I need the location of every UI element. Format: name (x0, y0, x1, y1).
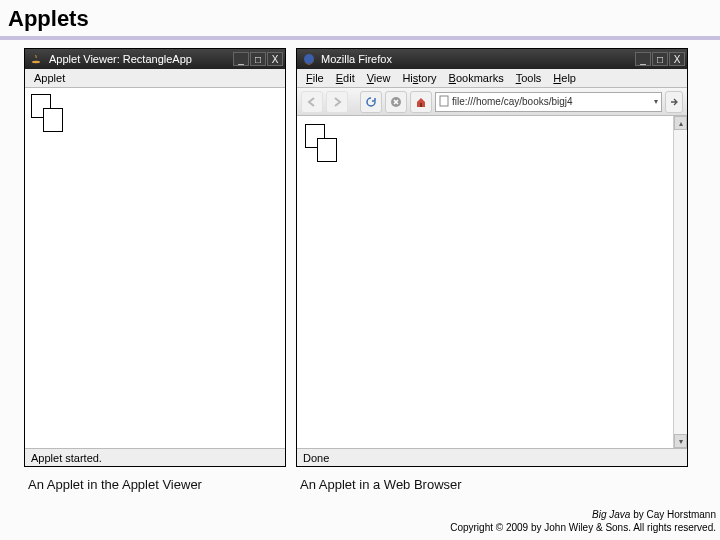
address-text: file:///home/cay/books/bigj4 (452, 96, 651, 107)
dropdown-icon[interactable]: ▾ (654, 97, 658, 106)
scroll-track[interactable] (674, 130, 687, 434)
back-button[interactable] (301, 91, 323, 113)
close-button[interactable]: X (669, 52, 685, 66)
maximize-button[interactable]: □ (250, 52, 266, 66)
forward-button[interactable] (326, 91, 348, 113)
close-button[interactable]: X (267, 52, 283, 66)
book-title: Big Java (592, 509, 630, 520)
credit-line-2: Copyright © 2009 by John Wiley & Sons. A… (450, 522, 716, 535)
firefox-menubar: File Edit View History Bookmarks Tools H… (297, 69, 687, 88)
firefox-panel: Mozilla Firefox _ □ X File Edit View His… (296, 48, 688, 492)
applet-viewer-caption: An Applet in the Applet Viewer (24, 467, 286, 492)
java-icon (30, 52, 44, 66)
firefox-icon (302, 52, 316, 66)
applet-viewer-window: Applet Viewer: RectangleApp _ □ X Applet… (24, 48, 286, 467)
firefox-toolbar: file:///home/cay/books/bigj4 ▾ (297, 88, 687, 116)
rectangle-2 (317, 138, 337, 162)
vertical-scrollbar[interactable]: ▴ ▾ (673, 116, 687, 448)
page-title: Applets (0, 0, 720, 36)
firefox-title: Mozilla Firefox (319, 53, 635, 65)
applet-viewer-content (25, 88, 285, 448)
firefox-status: Done (297, 448, 687, 466)
svg-rect-3 (420, 103, 422, 107)
svg-point-0 (32, 61, 40, 63)
firefox-titlebar: Mozilla Firefox _ □ X (297, 49, 687, 69)
credit-author: by Cay Horstmann (630, 509, 716, 520)
svg-point-1 (304, 54, 314, 64)
menu-view[interactable]: View (362, 71, 396, 85)
menu-bookmarks[interactable]: Bookmarks (444, 71, 509, 85)
scroll-down-button[interactable]: ▾ (674, 434, 687, 448)
firefox-content: ▴ ▾ (297, 116, 687, 448)
menu-applet[interactable]: Applet (29, 71, 70, 85)
page-icon (439, 93, 449, 111)
applet-viewer-status: Applet started. (25, 448, 285, 466)
menu-edit[interactable]: Edit (331, 71, 360, 85)
credit-block: Big Java by Cay Horstmann Copyright © 20… (450, 509, 716, 534)
rectangle-2 (43, 108, 63, 132)
window-buttons: _ □ X (635, 52, 685, 66)
address-bar[interactable]: file:///home/cay/books/bigj4 ▾ (435, 92, 662, 112)
applet-viewer-menubar: Applet (25, 69, 285, 88)
reload-button[interactable] (360, 91, 382, 113)
applet-viewer-title: Applet Viewer: RectangleApp (47, 53, 233, 65)
firefox-caption: An Applet in a Web Browser (296, 467, 688, 492)
minimize-button[interactable]: _ (233, 52, 249, 66)
menu-file[interactable]: File (301, 71, 329, 85)
home-button[interactable] (410, 91, 432, 113)
applet-viewer-panel: Applet Viewer: RectangleApp _ □ X Applet… (24, 48, 286, 492)
svg-rect-4 (440, 96, 448, 106)
credit-line-1: Big Java by Cay Horstmann (450, 509, 716, 522)
minimize-button[interactable]: _ (635, 52, 651, 66)
applet-viewer-titlebar: Applet Viewer: RectangleApp _ □ X (25, 49, 285, 69)
maximize-button[interactable]: □ (652, 52, 668, 66)
window-buttons: _ □ X (233, 52, 283, 66)
go-button[interactable] (665, 91, 683, 113)
menu-history[interactable]: History (397, 71, 441, 85)
menu-help[interactable]: Help (548, 71, 581, 85)
menu-tools[interactable]: Tools (511, 71, 547, 85)
firefox-window: Mozilla Firefox _ □ X File Edit View His… (296, 48, 688, 467)
scroll-up-button[interactable]: ▴ (674, 116, 687, 130)
stop-button[interactable] (385, 91, 407, 113)
panels-row: Applet Viewer: RectangleApp _ □ X Applet… (0, 40, 720, 492)
